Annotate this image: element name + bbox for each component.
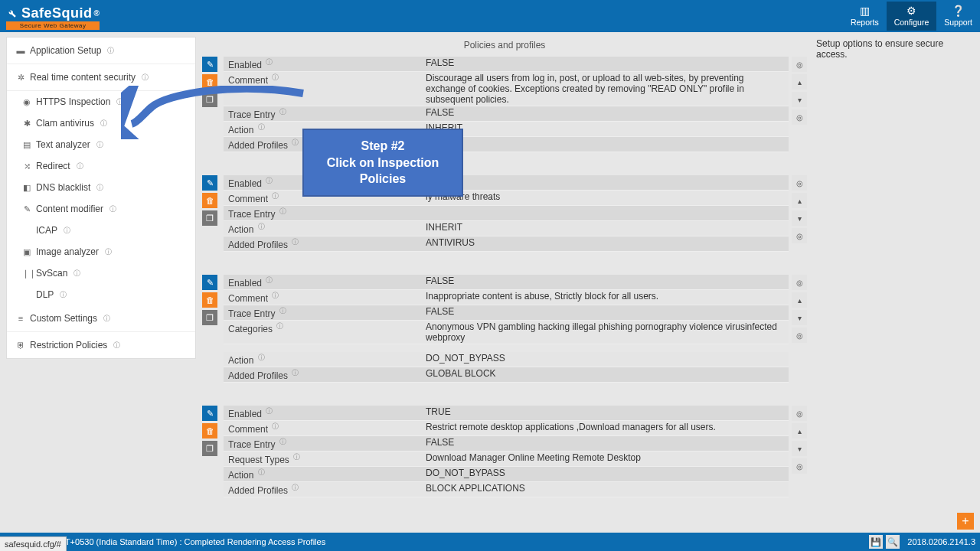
property-value: LY	[421, 137, 789, 152]
clone-button[interactable]: ❐	[202, 210, 217, 226]
info-icon: ⓘ	[96, 183, 103, 193]
save-icon-button[interactable]: 💾	[869, 535, 883, 549]
property-value: Inappropriate content is abuse, Strictly…	[421, 290, 789, 305]
move-down-button[interactable]: ▾	[792, 310, 807, 325]
briefcase-icon: ▬	[16, 46, 25, 55]
menu-icon: ◧	[22, 183, 31, 193]
property-key: Added Profiles ⓘ	[224, 482, 421, 497]
sliders-icon: ≡	[16, 314, 25, 323]
target-button[interactable]: ◎	[792, 57, 807, 72]
sidebar-custom[interactable]: ≡Custom Settingsⓘ	[7, 305, 195, 332]
info-icon: ⓘ	[266, 177, 273, 184]
move-down-button[interactable]: ▾	[792, 441, 807, 456]
target-button[interactable]: ◎	[792, 109, 807, 125]
support-button[interactable]: ❔Support	[936, 2, 980, 31]
sidebar-app-setup[interactable]: ▬Application Setupⓘ	[7, 37, 195, 64]
info-icon: ⓘ	[292, 139, 299, 146]
info-icon: ⓘ	[258, 354, 265, 361]
target-button[interactable]: ◎	[792, 458, 807, 474]
search-icon-button[interactable]: 🔍	[886, 535, 900, 549]
edit-button[interactable]: ✎	[202, 275, 217, 290]
sidebar-item-redirect[interactable]: ⤮Redirectⓘ	[7, 155, 195, 177]
gears-icon: ⚙	[894, 5, 929, 17]
info-icon: ⓘ	[96, 140, 103, 150]
sidebar-item-dns-blacklist[interactable]: ◧DNS blacklistⓘ	[7, 177, 195, 198]
target-button[interactable]: ◎	[792, 328, 807, 343]
sidebar-restrict[interactable]: ⛨Restriction Policiesⓘ	[7, 332, 195, 358]
sidebar-item-icap[interactable]: ICAPⓘ	[7, 220, 195, 241]
move-up-button[interactable]: ▴	[792, 292, 807, 308]
property-value: INHERIT	[421, 122, 789, 136]
sidebar-item-svscan[interactable]: ❘❘SvScanⓘ	[7, 262, 195, 284]
info-icon: ⓘ	[105, 247, 112, 257]
target-button[interactable]: ◎	[792, 175, 807, 191]
brand-tagline: Secure Web Gateway	[6, 21, 100, 30]
property-row: Enabled ⓘFALSE	[224, 275, 789, 290]
menu-icon: ◉	[22, 97, 31, 107]
move-up-button[interactable]: ▴	[792, 423, 807, 439]
target-button[interactable]: ◎	[792, 228, 807, 243]
property-value: FALSE	[421, 275, 789, 289]
property-value	[421, 175, 789, 190]
info-icon: ⓘ	[272, 73, 279, 81]
status-bar: 18 16:22:12 GMT+0530 (India Standard Tim…	[0, 533, 980, 551]
info-icon: ⓘ	[60, 290, 67, 300]
delete-button[interactable]: 🗑	[202, 193, 217, 208]
menu-icon: ✎	[22, 204, 31, 214]
shield-icon: ⛨	[16, 341, 25, 350]
add-policy-button[interactable]: +	[957, 513, 974, 530]
edit-button[interactable]: ✎	[202, 406, 217, 421]
sidebar-item-content-modifier[interactable]: ✎Content modifierⓘ	[7, 198, 195, 220]
property-value: GLOBAL BLOCK	[421, 367, 789, 382]
bug-icon: ✲	[16, 73, 25, 83]
info-icon: ⓘ	[266, 407, 273, 415]
callout-line1: Step #2	[309, 138, 457, 155]
edit-button[interactable]: ✎	[202, 175, 217, 191]
info-icon: ⓘ	[64, 226, 70, 236]
info-icon: ⓘ	[279, 307, 286, 315]
move-down-button[interactable]: ▾	[792, 210, 807, 226]
delete-button[interactable]: 🗑	[202, 423, 217, 439]
menu-icon: ⤮	[22, 161, 31, 171]
property-row: Added Profiles ⓘGLOBAL BLOCK	[224, 367, 789, 383]
property-key: Comment ⓘ	[224, 290, 421, 305]
sidebar-item-label: Text analyzer	[36, 139, 90, 150]
info-icon: ⓘ	[292, 238, 299, 246]
sidebar-item-label: DNS blacklist	[36, 182, 90, 193]
edit-button[interactable]: ✎	[202, 57, 217, 72]
info-icon: ⓘ	[258, 223, 265, 230]
clone-button[interactable]: ❐	[202, 310, 217, 325]
info-icon: ⓘ	[266, 58, 273, 66]
reports-label: Reports	[851, 18, 879, 27]
info-icon: ⓘ	[109, 204, 116, 214]
info-icon: ⓘ	[276, 322, 283, 330]
info-icon: ⓘ	[258, 468, 265, 476]
move-up-button[interactable]: ▴	[792, 74, 807, 90]
move-down-button[interactable]: ▾	[792, 92, 807, 107]
delete-button[interactable]: 🗑	[202, 292, 217, 308]
property-value: DO_NOT_BYPASS	[421, 352, 789, 367]
target-button[interactable]: ◎	[792, 275, 807, 290]
sidebar-item-image-analyzer[interactable]: ▣Image analyzerⓘ	[7, 241, 195, 262]
sidebar-app-setup-label: Application Setup	[30, 45, 101, 56]
menu-icon: ✱	[22, 119, 31, 129]
menu-icon: ▤	[22, 140, 31, 150]
info-icon: ⓘ	[279, 207, 286, 215]
clone-button[interactable]: ❐	[202, 441, 217, 456]
callout-line2: Click on Inspection	[309, 155, 457, 171]
move-up-button[interactable]: ▴	[792, 193, 807, 208]
sidebar-item-label: Redirect	[36, 161, 70, 171]
info-icon: ⓘ	[74, 269, 80, 279]
property-key: Categories ⓘ	[224, 321, 421, 344]
reports-button[interactable]: ▥Reports	[843, 2, 887, 31]
right-note: Setup options to ensure secure access.	[813, 37, 974, 522]
target-button[interactable]: ◎	[792, 406, 807, 421]
configure-button[interactable]: ⚙Configure	[887, 2, 937, 31]
property-key: Action ⓘ	[224, 467, 421, 481]
property-row: Trace Entry ⓘFALSE	[224, 106, 789, 122]
property-key: Trace Entry ⓘ	[224, 305, 421, 320]
sidebar-item-dlp[interactable]: DLPⓘ	[7, 284, 195, 305]
info-icon: ⓘ	[142, 73, 149, 83]
property-row: Action ⓘINHERIT	[224, 221, 789, 236]
info-icon: ⓘ	[279, 438, 286, 445]
